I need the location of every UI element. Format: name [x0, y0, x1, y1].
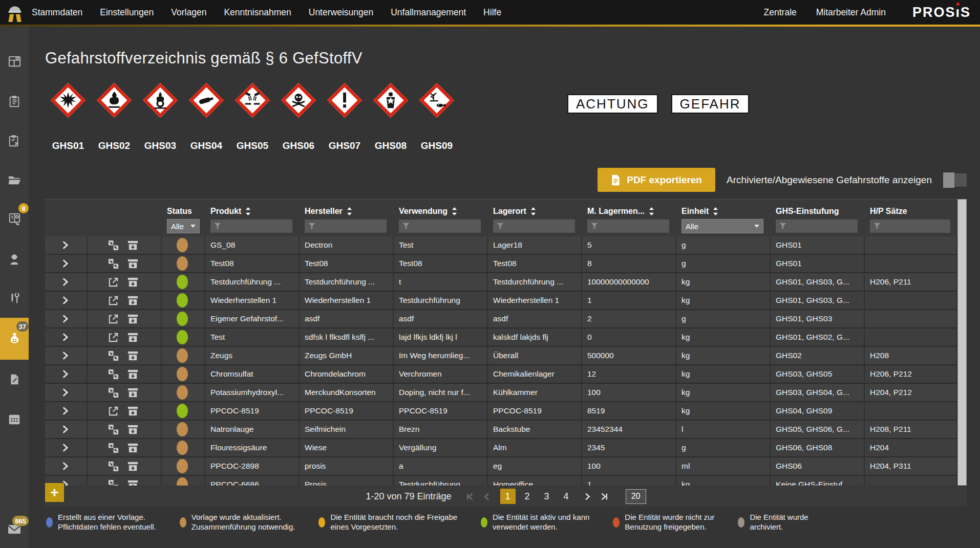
merge-row-button[interactable] [108, 368, 119, 380]
filter-input-lagerort[interactable] [493, 220, 575, 233]
page-number-list: 1234 [500, 489, 574, 504]
sort-icon[interactable] [530, 207, 536, 215]
page-button-4[interactable]: 4 [559, 489, 574, 504]
expand-row-button[interactable] [60, 369, 70, 379]
merge-row-button[interactable] [108, 350, 119, 362]
external-link-button[interactable] [108, 276, 119, 288]
next-page-button[interactable] [583, 492, 591, 501]
app-logo-icon[interactable] [3, 1, 27, 24]
expand-row-button[interactable] [60, 387, 70, 398]
archive-row-button[interactable] [127, 313, 139, 325]
column-header-einheit[interactable]: Einheit [676, 200, 771, 219]
archive-row-button[interactable] [127, 368, 139, 380]
merge-row-button[interactable] [108, 424, 119, 435]
sort-icon[interactable] [713, 207, 718, 215]
nav-item-hilfe[interactable]: Hilfe [483, 7, 501, 18]
column-header-verwendung[interactable]: Verwendung [394, 200, 488, 219]
column-header-hersteller[interactable]: Hersteller [300, 200, 394, 219]
sidebar-item-document-edit[interactable] [0, 360, 29, 399]
merge-row-button[interactable] [108, 461, 119, 472]
expand-row-button[interactable] [60, 443, 70, 453]
sort-icon[interactable] [245, 207, 251, 215]
expand-row-button[interactable] [60, 258, 70, 269]
page-size-box[interactable]: 20 [626, 489, 646, 504]
sort-icon[interactable] [452, 207, 457, 215]
nav-item-stammdaten[interactable]: Stammdaten [32, 7, 82, 18]
expand-row-button[interactable] [60, 350, 70, 361]
sidebar-item-dashboard[interactable] [0, 42, 29, 81]
expand-row-button[interactable] [60, 240, 70, 250]
archive-row-button[interactable] [127, 258, 139, 270]
page-button-1[interactable]: 1 [500, 489, 516, 504]
page-button-2[interactable]: 2 [520, 489, 535, 504]
archive-row-button[interactable] [127, 239, 139, 251]
merge-row-button[interactable] [108, 239, 119, 251]
prev-page-button[interactable] [483, 492, 492, 501]
first-page-button[interactable] [465, 492, 474, 501]
external-link-button[interactable] [108, 332, 119, 343]
sort-icon[interactable] [649, 207, 654, 215]
sidebar-item-clipboard[interactable] [0, 81, 29, 121]
archive-row-button[interactable] [127, 387, 139, 399]
filter-select-status[interactable]: Alle [167, 219, 200, 233]
filter-input-verwendung[interactable] [399, 220, 481, 233]
external-link-button[interactable] [108, 295, 119, 306]
archive-row-button[interactable] [127, 405, 139, 417]
archive-row-button[interactable] [127, 295, 139, 306]
archive-row-button[interactable] [127, 276, 139, 288]
expand-row-button[interactable] [60, 461, 70, 471]
add-entry-button[interactable]: + [45, 483, 64, 502]
column-header-lagerort[interactable]: Lagerort [488, 200, 582, 219]
funnel-icon [779, 223, 786, 230]
expand-row-button[interactable] [60, 277, 70, 287]
expand-row-button[interactable] [60, 424, 70, 434]
sidebar-item-worker[interactable] [0, 239, 29, 278]
column-header-m-lagermen[interactable]: M. Lagermen... [582, 200, 676, 219]
expand-row-button[interactable] [60, 314, 70, 324]
sidebar-item-folder[interactable] [0, 160, 29, 200]
sidebar-item-clipboard-check[interactable] [0, 121, 29, 160]
sidebar-item-catalog[interactable]: 8 [0, 200, 29, 239]
filter-input-hersteller[interactable] [305, 220, 387, 233]
external-link-button[interactable] [108, 313, 119, 325]
merge-row-button[interactable] [108, 442, 119, 454]
archive-row-button[interactable] [127, 442, 139, 454]
archived-toggle-switch[interactable] [943, 173, 967, 187]
filter-input-produkt[interactable] [210, 220, 292, 233]
cell-lagerort: Test08 [488, 255, 582, 272]
archive-row-button[interactable] [127, 461, 139, 472]
table-scrollbar[interactable] [957, 199, 967, 486]
expand-row-button[interactable] [60, 295, 70, 305]
merge-row-button[interactable] [108, 479, 119, 486]
nav-item-zentrale[interactable]: Zentrale [764, 7, 797, 18]
sidebar-item-mail[interactable]: 865 [0, 512, 29, 546]
pdf-export-button[interactable]: PDF exportieren [598, 168, 715, 192]
expand-row-button[interactable] [60, 332, 70, 342]
filter-input-h-p-s-tze[interactable] [870, 220, 950, 233]
nav-item-kenntnisnahmen[interactable]: Kenntnisnahmen [224, 7, 291, 18]
expand-row-button[interactable] [60, 406, 70, 416]
filter-input-ghs-einstufung[interactable] [776, 220, 858, 233]
cell-hersteller: Wiese [300, 439, 394, 456]
archive-row-button[interactable] [127, 479, 139, 486]
nav-item-unfallmanagement[interactable]: Unfallmanagement [391, 7, 466, 18]
nav-item-unterweisungen[interactable]: Unterweisungen [309, 7, 373, 18]
sidebar-item-calendar[interactable] [0, 399, 29, 439]
archive-row-button[interactable] [127, 350, 139, 362]
archive-row-button[interactable] [127, 424, 139, 435]
sort-icon[interactable] [347, 207, 352, 215]
column-header-produkt[interactable]: Produkt [205, 200, 300, 219]
nav-item-mitarbeiter-admin[interactable]: Mitarbeiter Admin [816, 7, 886, 18]
filter-input-m-lagermen[interactable] [587, 220, 669, 233]
merge-row-button[interactable] [108, 387, 119, 399]
filter-select-einheit[interactable]: Alle [681, 219, 763, 233]
last-page-button[interactable] [600, 492, 609, 501]
nav-item-einstellungen[interactable]: Einstellungen [100, 7, 154, 18]
external-link-button[interactable] [108, 405, 119, 417]
sidebar-item-tools[interactable] [0, 278, 29, 318]
nav-item-vorlagen[interactable]: Vorlagen [171, 7, 206, 18]
merge-row-button[interactable] [108, 258, 119, 270]
page-button-3[interactable]: 3 [539, 489, 555, 504]
archive-row-button[interactable] [127, 332, 139, 343]
sidebar-item-poison-flask[interactable]: 37 [0, 318, 29, 360]
